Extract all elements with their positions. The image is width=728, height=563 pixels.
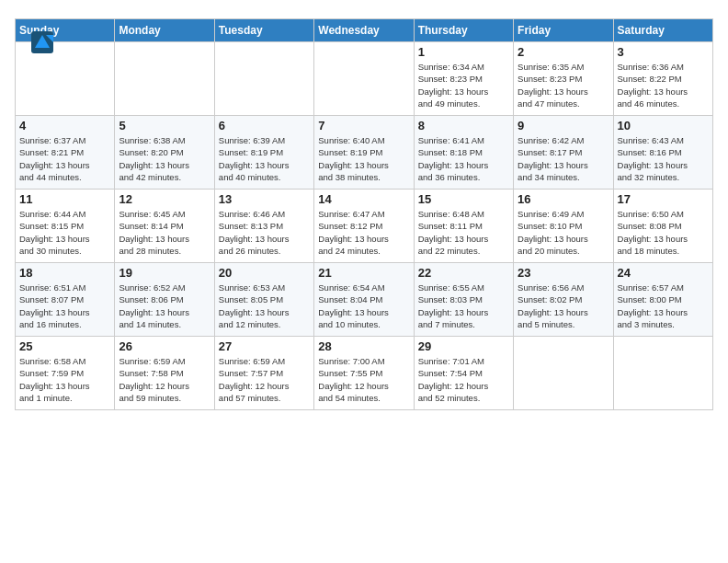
calendar-cell: 10Sunrise: 6:43 AM Sunset: 8:16 PM Dayli… <box>613 116 712 190</box>
day-header-friday: Friday <box>514 19 613 42</box>
day-info: Sunrise: 6:34 AM Sunset: 8:23 PM Dayligh… <box>418 61 509 109</box>
day-info: Sunrise: 6:36 AM Sunset: 8:22 PM Dayligh… <box>618 61 709 109</box>
day-info: Sunrise: 6:51 AM Sunset: 8:07 PM Dayligh… <box>19 282 110 330</box>
day-number: 10 <box>618 119 709 132</box>
day-number: 27 <box>219 339 310 353</box>
calendar-cell: 7Sunrise: 6:40 AM Sunset: 8:19 PM Daylig… <box>314 116 414 190</box>
day-info: Sunrise: 7:00 AM Sunset: 7:55 PM Dayligh… <box>318 355 409 404</box>
calendar-cell: 23Sunrise: 6:56 AM Sunset: 8:02 PM Dayli… <box>514 263 613 337</box>
calendar-cell: 11Sunrise: 6:44 AM Sunset: 8:15 PM Dayli… <box>16 190 115 263</box>
day-number: 24 <box>618 266 709 280</box>
day-number: 4 <box>19 119 110 132</box>
calendar-cell <box>613 337 712 410</box>
day-info: Sunrise: 7:01 AM Sunset: 7:54 PM Dayligh… <box>418 355 509 404</box>
calendar-cell: 3Sunrise: 6:36 AM Sunset: 8:22 PM Daylig… <box>613 42 712 116</box>
day-info: Sunrise: 6:44 AM Sunset: 8:15 PM Dayligh… <box>19 208 110 257</box>
day-info: Sunrise: 6:56 AM Sunset: 8:02 PM Dayligh… <box>518 282 609 330</box>
calendar-cell: 25Sunrise: 6:58 AM Sunset: 7:59 PM Dayli… <box>16 337 115 410</box>
day-info: Sunrise: 6:39 AM Sunset: 8:19 PM Dayligh… <box>219 134 310 183</box>
day-number: 15 <box>418 192 509 206</box>
calendar-cell: 1Sunrise: 6:34 AM Sunset: 8:23 PM Daylig… <box>414 42 513 116</box>
calendar-cell: 12Sunrise: 6:45 AM Sunset: 8:14 PM Dayli… <box>115 190 214 263</box>
calendar-cell: 16Sunrise: 6:49 AM Sunset: 8:10 PM Dayli… <box>514 190 613 263</box>
day-number: 21 <box>318 266 409 280</box>
day-number: 16 <box>518 192 609 206</box>
day-info: Sunrise: 6:55 AM Sunset: 8:03 PM Dayligh… <box>418 282 509 330</box>
day-number: 28 <box>318 339 409 353</box>
day-number: 2 <box>518 45 609 59</box>
calendar-cell: 22Sunrise: 6:55 AM Sunset: 8:03 PM Dayli… <box>414 263 513 337</box>
calendar-cell <box>314 42 414 116</box>
day-number: 25 <box>19 339 110 353</box>
day-info: Sunrise: 6:35 AM Sunset: 8:23 PM Dayligh… <box>518 61 609 109</box>
day-number: 8 <box>418 119 509 132</box>
calendar-cell: 26Sunrise: 6:59 AM Sunset: 7:58 PM Dayli… <box>115 337 214 410</box>
calendar-cell: 18Sunrise: 6:51 AM Sunset: 8:07 PM Dayli… <box>16 263 115 337</box>
calendar-cell: 29Sunrise: 7:01 AM Sunset: 7:54 PM Dayli… <box>414 337 513 410</box>
day-info: Sunrise: 6:38 AM Sunset: 8:20 PM Dayligh… <box>119 134 210 183</box>
calendar-cell: 2Sunrise: 6:35 AM Sunset: 8:23 PM Daylig… <box>514 42 613 116</box>
day-info: Sunrise: 6:45 AM Sunset: 8:14 PM Dayligh… <box>119 208 210 257</box>
day-header-wednesday: Wednesday <box>314 19 414 42</box>
calendar-cell: 17Sunrise: 6:50 AM Sunset: 8:08 PM Dayli… <box>613 190 712 263</box>
calendar-cell <box>214 42 313 116</box>
day-number: 3 <box>618 45 709 59</box>
day-info: Sunrise: 6:59 AM Sunset: 7:58 PM Dayligh… <box>119 355 210 404</box>
day-info: Sunrise: 6:52 AM Sunset: 8:06 PM Dayligh… <box>119 282 210 330</box>
calendar-cell: 24Sunrise: 6:57 AM Sunset: 8:00 PM Dayli… <box>613 263 712 337</box>
calendar-cell: 8Sunrise: 6:41 AM Sunset: 8:18 PM Daylig… <box>414 116 513 190</box>
calendar-cell: 28Sunrise: 7:00 AM Sunset: 7:55 PM Dayli… <box>314 337 414 410</box>
day-number: 5 <box>119 119 210 132</box>
day-number: 29 <box>418 339 509 353</box>
calendar-cell: 13Sunrise: 6:46 AM Sunset: 8:13 PM Dayli… <box>214 190 313 263</box>
day-number: 11 <box>19 192 110 206</box>
day-header-saturday: Saturday <box>613 19 712 42</box>
day-info: Sunrise: 6:40 AM Sunset: 8:19 PM Dayligh… <box>318 134 409 183</box>
calendar-cell: 27Sunrise: 6:59 AM Sunset: 7:57 PM Dayli… <box>214 337 313 410</box>
day-info: Sunrise: 6:57 AM Sunset: 8:00 PM Dayligh… <box>618 282 709 330</box>
day-header-tuesday: Tuesday <box>214 19 313 42</box>
calendar-cell <box>115 42 214 116</box>
calendar-cell: 14Sunrise: 6:47 AM Sunset: 8:12 PM Dayli… <box>314 190 414 263</box>
day-info: Sunrise: 6:59 AM Sunset: 7:57 PM Dayligh… <box>219 355 310 404</box>
day-number: 22 <box>418 266 509 280</box>
day-number: 20 <box>219 266 310 280</box>
calendar-cell: 4Sunrise: 6:37 AM Sunset: 8:21 PM Daylig… <box>16 116 115 190</box>
calendar-cell: 5Sunrise: 6:38 AM Sunset: 8:20 PM Daylig… <box>115 116 214 190</box>
calendar-cell <box>514 337 613 410</box>
day-number: 26 <box>119 339 210 353</box>
calendar-cell: 15Sunrise: 6:48 AM Sunset: 8:11 PM Dayli… <box>414 190 513 263</box>
day-number: 14 <box>318 192 409 206</box>
day-info: Sunrise: 6:42 AM Sunset: 8:17 PM Dayligh… <box>518 134 609 183</box>
day-info: Sunrise: 6:53 AM Sunset: 8:05 PM Dayligh… <box>219 282 310 330</box>
day-number: 23 <box>518 266 609 280</box>
day-info: Sunrise: 6:41 AM Sunset: 8:18 PM Dayligh… <box>418 134 509 183</box>
calendar-table: SundayMondayTuesdayWednesdayThursdayFrid… <box>15 18 713 410</box>
day-number: 1 <box>418 45 509 59</box>
logo-icon <box>29 29 55 55</box>
day-number: 19 <box>119 266 210 280</box>
calendar-cell: 21Sunrise: 6:54 AM Sunset: 8:04 PM Dayli… <box>314 263 414 337</box>
calendar-cell: 9Sunrise: 6:42 AM Sunset: 8:17 PM Daylig… <box>514 116 613 190</box>
day-info: Sunrise: 6:46 AM Sunset: 8:13 PM Dayligh… <box>219 208 310 257</box>
day-info: Sunrise: 6:54 AM Sunset: 8:04 PM Dayligh… <box>318 282 409 330</box>
day-number: 7 <box>318 119 409 132</box>
day-info: Sunrise: 6:58 AM Sunset: 7:59 PM Dayligh… <box>19 355 110 404</box>
day-info: Sunrise: 6:50 AM Sunset: 8:08 PM Dayligh… <box>618 208 709 257</box>
day-number: 13 <box>219 192 310 206</box>
day-header-thursday: Thursday <box>414 19 513 42</box>
day-header-monday: Monday <box>115 19 214 42</box>
calendar-cell: 19Sunrise: 6:52 AM Sunset: 8:06 PM Dayli… <box>115 263 214 337</box>
day-number: 6 <box>219 119 310 132</box>
calendar-cell: 6Sunrise: 6:39 AM Sunset: 8:19 PM Daylig… <box>214 116 313 190</box>
day-info: Sunrise: 6:47 AM Sunset: 8:12 PM Dayligh… <box>318 208 409 257</box>
calendar-cell: 20Sunrise: 6:53 AM Sunset: 8:05 PM Dayli… <box>214 263 313 337</box>
day-number: 17 <box>618 192 709 206</box>
day-info: Sunrise: 6:48 AM Sunset: 8:11 PM Dayligh… <box>418 208 509 257</box>
logo <box>29 29 59 55</box>
day-number: 18 <box>19 266 110 280</box>
day-info: Sunrise: 6:49 AM Sunset: 8:10 PM Dayligh… <box>518 208 609 257</box>
day-info: Sunrise: 6:37 AM Sunset: 8:21 PM Dayligh… <box>19 134 110 183</box>
day-number: 12 <box>119 192 210 206</box>
day-info: Sunrise: 6:43 AM Sunset: 8:16 PM Dayligh… <box>618 134 709 183</box>
